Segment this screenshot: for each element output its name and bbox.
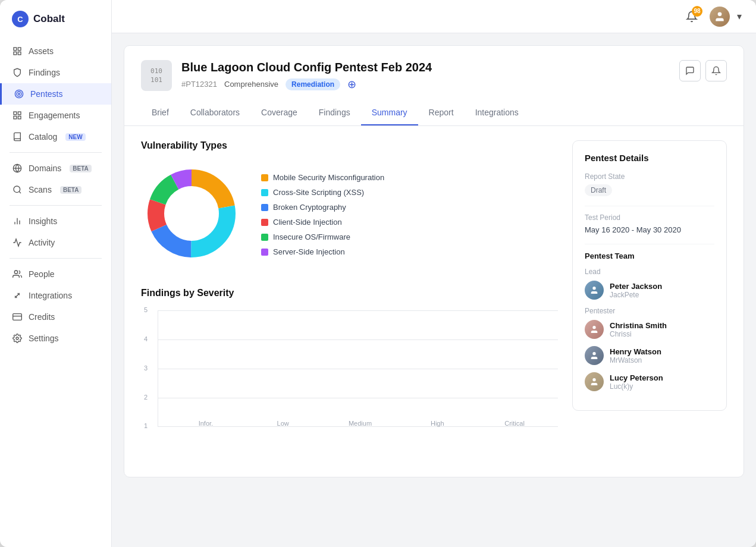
legend-dot-client [261,219,268,226]
legend-label-xss: Cross-Site Scripting (XSS) [273,188,364,197]
bell-button[interactable] [705,60,727,81]
tab-brief[interactable]: Brief [141,100,180,125]
comment-button[interactable] [679,60,701,81]
pentest-title: Blue Lagoon Cloud Config Pentest Feb 202… [181,61,432,74]
legend-item: Cross-Site Scripting (XSS) [261,188,384,197]
team-section: Pentest Team Lead Peter Jackson [585,252,714,391]
sidebar-item-findings[interactable]: Findings [0,62,111,83]
pentester-2-avatar [585,372,604,391]
logo-icon: C [12,11,29,27]
svg-rect-8 [18,112,21,115]
pentest-icon: 010101 [141,60,172,91]
svg-point-6 [18,93,20,95]
tab-collaborators[interactable]: Collaborators [180,100,250,125]
tab-report[interactable]: Report [418,100,465,125]
bar-low: Low [249,415,317,427]
sidebar-item-domains-label: Domains [29,164,61,173]
pentester-2-name: Lucy Peterson [610,373,663,382]
sidebar-item-engagements[interactable]: Engagements [0,105,111,126]
sidebar-item-integrations[interactable]: Integrations [0,285,111,306]
svg-rect-10 [18,116,21,119]
legend-dot-xss [261,189,268,196]
tab-findings[interactable]: Findings [308,100,361,125]
bar-critical: Critical [481,415,548,427]
sidebar-item-activity[interactable]: Activity [0,232,111,253]
user-avatar[interactable] [710,7,730,27]
legend-item: Broken Cryptography [261,203,384,212]
tab-integrations[interactable]: Integrations [465,100,529,125]
add-icon[interactable]: ⊕ [347,78,356,91]
lead-label: Lead [585,268,714,276]
sidebar-item-people-label: People [29,269,55,279]
legend-label-client: Client-Side Injection [273,218,342,227]
legend-item: Client-Side Injection [261,218,384,227]
details-card: Pentest Details Report State Draft Test … [572,140,727,411]
sidebar-nav: Assets Findings Pentests [0,36,111,547]
pentester-1: Henry Watson MrWatson [585,346,714,365]
user-dropdown-icon[interactable]: ▾ [737,11,742,22]
sidebar-item-settings[interactable]: Settings [0,328,111,349]
pentest-header: 010101 Blue Lagoon Cloud Config Pentest … [124,46,744,126]
target-icon [14,89,24,99]
scans-badge: BETA [60,186,81,194]
bar-infor-label: Infor. [199,420,213,427]
book-icon [12,131,23,142]
severity-title: Findings by Severity [141,288,558,298]
sidebar-item-insights[interactable]: Insights [0,210,111,232]
sidebar-item-domains[interactable]: Domains BETA [0,158,111,179]
legend-label-os: Insecure OS/Firmware [273,232,350,241]
pentester-2-handle: Luc(k)y [610,382,663,391]
sidebar-item-assets[interactable]: Assets [0,40,111,62]
donut-chart [141,163,242,266]
legend-item: Server-Side Injection [261,247,384,256]
pentest-status: Remediation [286,78,340,90]
sidebar-item-findings-label: Findings [29,68,60,77]
tab-coverage[interactable]: Coverage [250,100,308,125]
tab-summary[interactable]: Summary [361,100,418,125]
svg-point-22 [718,12,722,16]
logo[interactable]: C Cobalt [0,0,111,36]
svg-rect-1 [18,48,21,51]
svg-point-18 [14,271,17,274]
svg-point-33 [592,378,595,381]
legend-dot-crypto [261,204,268,211]
topbar: 98 ▾ [112,0,756,33]
severity-section: Findings by Severity 5 4 [141,288,558,441]
legend-label-server: Server-Side Injection [273,247,345,256]
pentester-2: Lucy Peterson Luc(k)y [585,372,714,391]
chart-icon [12,216,23,227]
shield-icon [12,67,23,78]
vuln-types-section: Vulnerability Types [141,140,558,266]
lead-handle: JackPete [610,291,662,299]
people-icon [12,269,23,279]
sidebar-item-assets-label: Assets [29,46,54,56]
sidebar-item-people[interactable]: People [0,263,111,285]
summary-body: Vulnerability Types [124,126,744,477]
sidebar-item-settings-label: Settings [29,334,59,343]
sidebar-item-catalog[interactable]: Catalog NEW [0,126,111,147]
bar-chart: 5 4 3 2 [141,310,558,441]
test-period-section: Test Period May 16 2020 - May 30 2020 [585,213,714,234]
report-state-value: Draft [585,184,612,196]
pentester-1-avatar [585,346,604,365]
notification-button[interactable]: 98 [681,6,702,27]
globe-icon [12,163,23,174]
sidebar-item-credits[interactable]: Credits [0,306,111,328]
sidebar-item-scans[interactable]: Scans BETA [0,179,111,200]
sidebar-item-activity-label: Activity [29,238,55,247]
pentester-0-handle: Chrissi [610,330,667,338]
legend-label-crypto: Broken Cryptography [273,203,346,212]
bar-medium-label: Medium [349,420,372,427]
test-period-value: May 16 2020 - May 30 2020 [585,225,714,234]
donut-legend: Mobile Security Misconfiguration Cross-S… [261,173,384,256]
pentest-type: Comprehensive [224,80,278,89]
credit-icon [12,312,23,322]
svg-point-32 [592,352,595,355]
pentester-0-avatar [585,320,604,339]
sidebar-item-insights-label: Insights [29,216,57,226]
logo-text: Cobalt [33,13,65,25]
activity-icon [12,237,23,248]
sidebar-item-pentests[interactable]: Pentests [0,83,111,105]
pentester-1-handle: MrWatson [610,356,661,364]
sidebar-item-integrations-label: Integrations [29,291,72,300]
